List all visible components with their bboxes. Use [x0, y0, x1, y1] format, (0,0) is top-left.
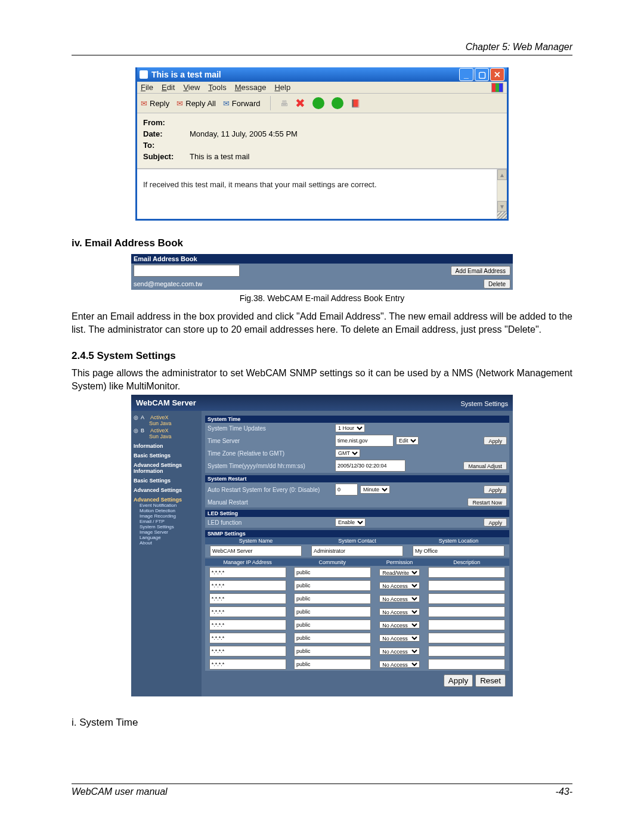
- delete-email-button[interactable]: Delete: [484, 279, 510, 289]
- inp-ip[interactable]: [209, 606, 286, 617]
- scroll-down-icon[interactable]: ▼: [497, 201, 507, 212]
- sidebar-sub-item[interactable]: Event Notification: [140, 503, 199, 508]
- sidebar-item-adv[interactable]: Advanced Settings: [134, 487, 199, 493]
- prev-icon[interactable]: [312, 97, 324, 109]
- sel-permission[interactable]: No Access: [379, 648, 420, 655]
- inp-ip[interactable]: [209, 580, 286, 591]
- sidebar-sub-item[interactable]: Motion Detection: [140, 508, 199, 513]
- menu-message[interactable]: Message: [235, 83, 267, 92]
- sel-time-server-edit[interactable]: Edit: [396, 436, 419, 445]
- inp-description[interactable]: [428, 580, 505, 591]
- inp-community[interactable]: [294, 646, 371, 657]
- inp-description[interactable]: [428, 567, 505, 578]
- sunjava-link-a[interactable]: Sun Java: [149, 420, 199, 426]
- heading-245: 2.4.5 System Settings: [72, 350, 572, 362]
- scroll-up-icon[interactable]: ▲: [497, 169, 507, 180]
- sel-led[interactable]: Enable: [335, 518, 366, 527]
- print-icon[interactable]: 🖶: [280, 99, 288, 108]
- inp-description[interactable]: [428, 633, 505, 643]
- sel-time-updates[interactable]: 1 Hour: [335, 424, 365, 432]
- menu-file[interactable]: File: [141, 83, 153, 92]
- inp-contact[interactable]: [311, 546, 403, 556]
- forward-button[interactable]: ✉Forward: [223, 99, 261, 108]
- to-label: To:: [143, 141, 179, 150]
- resize-handle[interactable]: [497, 212, 507, 219]
- inp-location[interactable]: [413, 546, 504, 556]
- inp-ip[interactable]: [209, 659, 286, 670]
- inp-ip[interactable]: [209, 633, 286, 643]
- sel-permission[interactable]: No Access: [379, 582, 420, 589]
- btn-restart-apply[interactable]: Apply: [484, 485, 507, 494]
- addressbook-icon[interactable]: 📕: [351, 99, 360, 108]
- reply-button[interactable]: ✉Reply: [141, 99, 169, 108]
- inp-time-server[interactable]: [335, 435, 394, 447]
- next-icon[interactable]: [332, 97, 343, 109]
- sidebar-item-adv2[interactable]: Advanced Settings: [134, 497, 199, 503]
- sel-autorestart-unit[interactable]: Minute: [360, 485, 390, 494]
- close-button[interactable]: ✕: [490, 68, 504, 81]
- sel-permission[interactable]: No Access: [379, 621, 420, 628]
- eab-input[interactable]: [134, 265, 240, 277]
- replyall-button[interactable]: ✉Reply All: [177, 99, 216, 108]
- table-row: No Access: [205, 631, 509, 645]
- menu-help[interactable]: Help: [274, 83, 290, 92]
- delete-icon[interactable]: ✖: [295, 96, 305, 110]
- sel-permission[interactable]: No Access: [379, 634, 420, 642]
- btn-manual-adjust[interactable]: Manual Adjust: [463, 462, 507, 470]
- inp-autorestart[interactable]: [335, 484, 358, 496]
- sidebar-sub-item[interactable]: Language: [140, 535, 199, 540]
- inp-community[interactable]: [294, 659, 371, 670]
- inp-sysname[interactable]: [210, 546, 302, 556]
- maximize-button[interactable]: ▢: [475, 68, 489, 81]
- inp-community[interactable]: [294, 580, 371, 591]
- menu-tools[interactable]: Tools: [208, 83, 226, 92]
- sidebar-sub-item[interactable]: Image Server: [140, 529, 199, 535]
- btn-systime-apply[interactable]: Apply: [484, 436, 507, 445]
- menu-edit[interactable]: Edit: [162, 83, 175, 92]
- inp-community[interactable]: [294, 620, 371, 630]
- sidebar-sub-item[interactable]: System Settings: [140, 524, 199, 529]
- sidebar-sub-item[interactable]: About: [140, 540, 199, 546]
- btn-restart-now[interactable]: Restart Now: [467, 498, 507, 506]
- sidebar-item-basic2[interactable]: Basic Settings: [134, 478, 199, 484]
- sidebar-item-info[interactable]: Information: [134, 443, 199, 449]
- inp-description[interactable]: [428, 593, 505, 604]
- add-email-button[interactable]: Add Email Address: [451, 266, 511, 275]
- sidebar-sub-item[interactable]: Image Recording: [140, 513, 199, 519]
- paragraph-eab: Enter an Email address in the box provid…: [72, 310, 572, 336]
- btn-snmp-reset[interactable]: Reset: [475, 674, 506, 687]
- window-title: This is a test mail: [151, 70, 221, 79]
- sel-timezone[interactable]: GMT: [335, 449, 360, 457]
- inp-ip[interactable]: [209, 567, 286, 578]
- inp-systime[interactable]: [335, 460, 405, 472]
- btn-snmp-apply[interactable]: Apply: [444, 674, 473, 687]
- inp-description[interactable]: [428, 646, 505, 657]
- inp-ip[interactable]: [209, 620, 286, 630]
- sidebar-sub-item[interactable]: Email / FTP: [140, 519, 199, 524]
- inp-community[interactable]: [294, 633, 371, 643]
- inp-community[interactable]: [294, 606, 371, 617]
- sel-permission[interactable]: Read/Write: [379, 569, 420, 576]
- activex-link-a[interactable]: ActiveX: [150, 414, 169, 420]
- th-sysname: System Name: [205, 537, 306, 544]
- minimize-button[interactable]: _: [459, 68, 473, 81]
- breadcrumb: System Settings: [461, 400, 508, 407]
- cam-a-label: A: [141, 414, 144, 420]
- inp-description[interactable]: [428, 606, 505, 617]
- inp-description[interactable]: [428, 620, 505, 630]
- sunjava-link-b[interactable]: Sun Java: [149, 433, 199, 439]
- sel-permission[interactable]: No Access: [379, 661, 420, 668]
- sidebar-item-advinfo[interactable]: Advanced Settings Information: [134, 462, 199, 474]
- btn-led-apply[interactable]: Apply: [484, 518, 507, 527]
- inp-community[interactable]: [294, 593, 371, 604]
- inp-ip[interactable]: [209, 646, 286, 657]
- inp-community[interactable]: [294, 567, 371, 578]
- activex-link-b[interactable]: ActiveX: [150, 428, 169, 433]
- inp-ip[interactable]: [209, 593, 286, 604]
- sel-permission[interactable]: No Access: [379, 595, 420, 602]
- sidebar-item-basic[interactable]: Basic Settings: [134, 453, 199, 459]
- menu-view[interactable]: View: [183, 83, 200, 92]
- th-community: Community: [290, 559, 374, 566]
- inp-description[interactable]: [428, 659, 505, 670]
- sel-permission[interactable]: No Access: [379, 608, 420, 615]
